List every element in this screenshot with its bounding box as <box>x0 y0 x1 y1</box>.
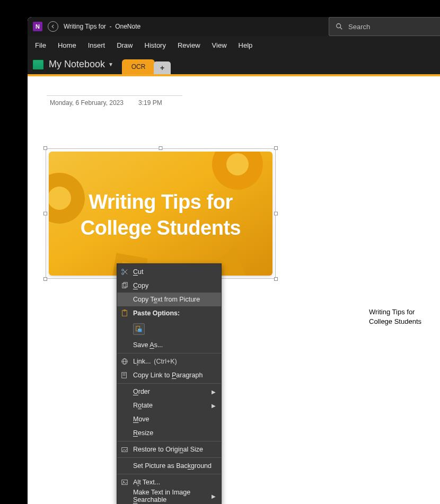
ctx-order[interactable]: Order ▶ Order <box>117 385 221 399</box>
separator <box>117 474 221 474</box>
ctx-paste-options-header: Paste Options: <box>117 306 221 320</box>
menu-home[interactable]: Home <box>58 41 76 49</box>
svg-rect-11 <box>138 329 142 332</box>
tab-label: OCR <box>131 63 146 70</box>
resize-handle-e[interactable] <box>274 212 278 216</box>
add-tab-button[interactable]: + <box>154 61 171 74</box>
search-placeholder: Search <box>348 23 370 31</box>
paste-picture-icon <box>135 325 143 333</box>
notebook-label: My Notebook <box>49 59 105 70</box>
ctx-set-picture-as-background[interactable]: Set Picture as Background Set Picture as… <box>117 459 221 473</box>
ctx-restore-original-size[interactable]: Restore to Original Size Restore to Orig… <box>117 443 221 456</box>
extracted-text-block[interactable]: Writing Tips forCollege Students <box>369 307 421 326</box>
ctx-copy-link-to-paragraph[interactable]: Copy Link to Paragraph Copy Link to Para… <box>117 368 221 382</box>
menubar: File Home Insert Draw History Review Vie… <box>28 36 440 54</box>
arrow-left-icon <box>50 24 56 29</box>
ctx-link[interactable]: Link...(Ctrl+K) Link... <box>117 355 221 368</box>
resize-handle-nw[interactable] <box>43 146 47 150</box>
separator <box>117 457 221 458</box>
menu-history[interactable]: History <box>145 41 166 49</box>
svg-point-12 <box>138 329 139 330</box>
titlebar: N Writing Tips for - OneNote Search <box>28 17 440 36</box>
ctx-resize[interactable]: Resize Resize <box>117 426 221 440</box>
title-underline <box>47 95 182 96</box>
resize-handle-ne[interactable] <box>274 146 278 150</box>
menu-review[interactable]: Review <box>178 41 200 49</box>
resize-handle-sw[interactable] <box>43 277 47 281</box>
app-window: N Writing Tips for - OneNote Search File… <box>28 17 440 504</box>
notebook-icon <box>33 60 43 69</box>
scissors-icon <box>120 268 129 276</box>
ctx-rotate[interactable]: Rotate ▶ Rotate <box>117 399 221 412</box>
onenote-logo-icon: N <box>33 22 42 31</box>
ctx-copy[interactable]: Copy Copy <box>117 279 221 293</box>
svg-point-0 <box>337 24 341 28</box>
svg-point-3 <box>122 269 124 271</box>
ctx-move[interactable]: Move Move <box>117 412 221 426</box>
resize-handle-w[interactable] <box>43 212 47 216</box>
separator <box>117 441 221 441</box>
chevron-down-icon: ▼ <box>108 61 113 67</box>
ctx-alt-text[interactable]: Alt Text... Alt Text... <box>117 475 221 489</box>
notebook-selector[interactable]: My Notebook ▼ <box>32 59 119 74</box>
tab-ocr[interactable]: OCR <box>122 59 155 74</box>
selected-image[interactable]: Writing Tips forCollege Students <box>43 146 278 281</box>
page-time: 3:19 PM <box>138 99 162 107</box>
chevron-right-icon: ▶ <box>212 403 216 409</box>
window-title: Writing Tips for - OneNote <box>64 23 140 30</box>
hero-image-text: Writing Tips forCollege Students <box>81 186 241 242</box>
plus-icon: + <box>160 64 164 72</box>
page-title-area[interactable]: Monday, 6 February, 2023 3:19 PM <box>47 95 182 107</box>
ctx-copy-text-from-picture[interactable]: Copy Text from Picture Copy Text from Pi… <box>117 293 221 306</box>
decor-ring-icon <box>212 152 263 190</box>
restore-size-icon <box>120 445 129 454</box>
svg-line-4 <box>124 270 127 274</box>
paste-keep-source-button[interactable] <box>133 323 145 335</box>
paragraph-link-icon <box>120 371 129 379</box>
alt-text-icon <box>120 478 129 487</box>
page-canvas[interactable]: Monday, 6 February, 2023 3:19 PM Writing… <box>28 76 440 504</box>
ctx-save-as[interactable]: Save As... Save As... <box>117 338 221 352</box>
resize-handle-se[interactable] <box>274 277 278 281</box>
decor-crescent-icon <box>49 173 85 224</box>
ctx-paste-option-row <box>117 320 221 338</box>
separator <box>117 383 221 384</box>
svg-line-1 <box>340 28 342 30</box>
svg-line-5 <box>124 270 127 273</box>
ctx-make-text-searchable[interactable]: Make Text in Image Searchable ▶ Make Tex… <box>117 489 221 503</box>
search-icon <box>336 23 343 30</box>
separator <box>117 353 221 353</box>
tab-bar: My Notebook ▼ OCR + <box>28 54 440 74</box>
menu-help[interactable]: Help <box>239 41 253 49</box>
menu-view[interactable]: View <box>212 41 227 49</box>
context-menu: Cut Cut Copy Copy Copy Text from Picture… <box>117 263 222 504</box>
menu-file[interactable]: File <box>35 41 46 49</box>
chevron-right-icon: ▶ <box>212 493 216 499</box>
hero-image: Writing Tips forCollege Students <box>49 152 272 276</box>
menu-draw[interactable]: Draw <box>117 41 133 49</box>
clipboard-icon <box>120 309 129 317</box>
menu-insert[interactable]: Insert <box>88 41 105 49</box>
page-date: Monday, 6 February, 2023 <box>50 99 124 107</box>
search-input[interactable]: Search <box>329 17 440 36</box>
ctx-cut[interactable]: Cut Cut <box>117 265 221 279</box>
link-icon <box>120 357 129 366</box>
back-button[interactable] <box>48 21 58 32</box>
chevron-right-icon: ▶ <box>212 389 216 395</box>
svg-point-2 <box>122 273 124 275</box>
resize-handle-n[interactable] <box>159 146 163 150</box>
copy-icon <box>120 281 129 290</box>
